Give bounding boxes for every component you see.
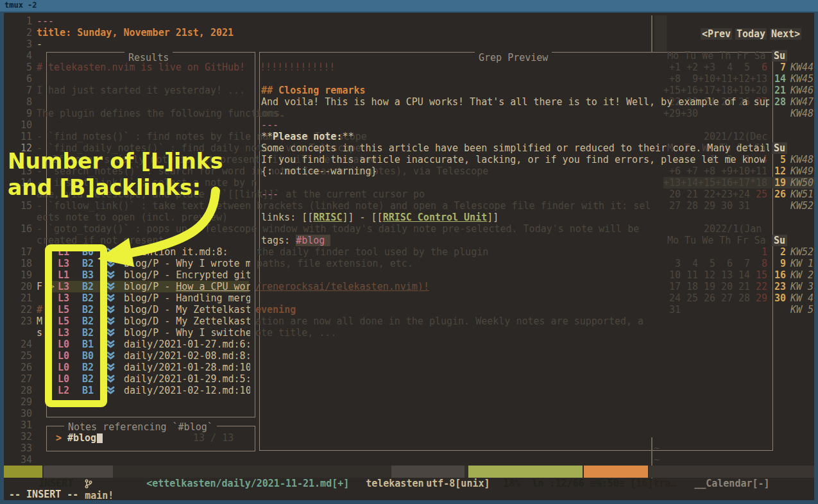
- calendar-day[interactable]: 17: [663, 281, 681, 292]
- calendar-day[interactable]: 19: [698, 281, 715, 292]
- calendar-day[interactable]: 5: [733, 62, 750, 73]
- calendar-day[interactable]: 24: [663, 292, 681, 304]
- calendar-day[interactable]: +1: [663, 62, 681, 73]
- result-entry-text[interactable]: daily/2021-01-27.md:6:: [124, 339, 250, 350]
- result-entry-text[interactable]: blog/D - My Zettelkast: [124, 315, 250, 327]
- preview-text: ---: [261, 189, 278, 200]
- calendar-day[interactable]: +13: [663, 177, 681, 189]
- calendar-sunday[interactable]: 30: [772, 292, 786, 304]
- dim-buffer-text: - `follow_link()` : take text between br…: [37, 200, 651, 212]
- preview-text: And voila! This is how a CPU works! That…: [261, 96, 769, 108]
- calendar-day[interactable]: +17: [733, 177, 750, 189]
- calendar-day[interactable]: 31: [663, 304, 681, 315]
- down-arrow-icon: [107, 259, 115, 268]
- calendar-day[interactable]: 20: [715, 281, 733, 292]
- calendar-day[interactable]: 15: [750, 269, 767, 281]
- dim-buffer-text: ote title, ...: [255, 327, 336, 339]
- calendar-day[interactable]: 29: [750, 292, 767, 304]
- calendar-day[interactable]: 13: [715, 269, 733, 281]
- result-entry-text[interactable]: blog/P - Why I wrote m: [124, 258, 250, 269]
- calendar-day[interactable]: 31: [733, 200, 750, 212]
- calendar-day[interactable]: +12: [733, 73, 750, 85]
- buffer-line-number: 28: [17, 385, 32, 396]
- calendar-week-number: KW 5: [790, 304, 814, 315]
- calendar-day[interactable]: +15: [698, 177, 715, 189]
- calendar-day[interactable]: 30: [715, 200, 733, 212]
- calendar-day[interactable]: +3: [698, 62, 715, 73]
- calendar-day[interactable]: 11: [681, 269, 698, 281]
- calendar-day[interactable]: 27: [663, 200, 681, 212]
- calendar-day[interactable]: +29: [663, 108, 681, 119]
- calendar-day[interactable]: 9: [681, 73, 698, 85]
- calendar-next-button[interactable]: Next>: [770, 28, 801, 40]
- calendar-day[interactable]: +2: [681, 62, 698, 73]
- empty-line-tilde: ~: [654, 454, 660, 466]
- calendar-sunday[interactable]: 2: [772, 246, 786, 258]
- calendar-day[interactable]: +8: [663, 73, 681, 85]
- result-entry-text[interactable]: daily/2021-01-29.md:5:: [124, 373, 250, 385]
- calendar-day[interactable]: 4: [681, 258, 698, 269]
- calendar-day[interactable]: 6: [715, 258, 733, 269]
- calendar-day[interactable]: 22: [750, 281, 767, 292]
- calendar-sunday[interactable]: 7: [772, 62, 786, 73]
- calendar-sunday[interactable]: 26: [772, 189, 786, 200]
- calendar-sunday[interactable]: 12: [772, 165, 786, 177]
- calendar-day[interactable]: 14: [733, 269, 750, 281]
- calendar-day[interactable]: *18: [750, 177, 767, 189]
- down-arrow-icon: [107, 317, 115, 326]
- calendar-day[interactable]: 6: [750, 62, 767, 73]
- result-entry-text[interactable]: daily/2021-02-08.md:8:: [124, 350, 250, 362]
- calendar-day[interactable]: +13: [750, 73, 767, 85]
- preview-text: #blog: [296, 235, 330, 246]
- calendar-day[interactable]: 26: [698, 292, 715, 304]
- calendar-day[interactable]: +30: [681, 108, 698, 119]
- calendar-day[interactable]: 1: [750, 246, 767, 258]
- calendar-day[interactable]: 18: [681, 281, 698, 292]
- calendar-day[interactable]: +14: [681, 177, 698, 189]
- calendar-today-button[interactable]: Today: [735, 28, 767, 40]
- calendar-prev-button[interactable]: <Prev: [701, 28, 732, 40]
- preview-text: **: [342, 131, 354, 142]
- result-entry-text[interactable]: blog/P - Handling merg: [124, 292, 250, 304]
- calendar-day[interactable]: +16: [715, 177, 733, 189]
- calendar-day[interactable]: +11: [715, 73, 733, 85]
- result-entry-text[interactable]: blog/D - My Zettelkast: [124, 304, 250, 315]
- result-entry-text[interactable]: blog/P - Encrypted git: [124, 269, 250, 281]
- calendar-day[interactable]: 4: [715, 62, 733, 73]
- calendar-month-title: 2022/1(Jan: [704, 223, 762, 235]
- result-entry-text[interactable]: daily/2021-02-12.md:10: [124, 385, 250, 396]
- calendar-day[interactable]: 29: [698, 200, 715, 212]
- calendar-sunday[interactable]: 16: [772, 269, 786, 281]
- window-separator[interactable]: [651, 15, 652, 52]
- buffer-line-number: 11: [17, 131, 32, 142]
- calendar-day[interactable]: 7: [733, 258, 750, 269]
- buffer-line-number: 32: [17, 431, 32, 442]
- result-entry-text[interactable]: daily/2021-01-28.md:10: [124, 362, 250, 373]
- calendar-day[interactable]: 25: [681, 292, 698, 304]
- result-entry-text[interactable]: blog/P - How a CPU wor: [124, 281, 250, 292]
- down-arrow-icon: [107, 374, 115, 383]
- calendar-sunday[interactable]: 5: [772, 154, 786, 165]
- calendar-day[interactable]: +10: [698, 73, 715, 85]
- calendar-sunday[interactable]: 23: [772, 281, 786, 292]
- calendar-sunday[interactable]: 19: [772, 177, 786, 189]
- calendar-day[interactable]: 28: [733, 292, 750, 304]
- result-entry-text[interactable]: blog/P - Why I switche: [124, 327, 250, 339]
- calendar-sunday[interactable]: 21: [772, 85, 786, 96]
- terminal: Results Notes referencing `#blog` > #blo…: [4, 13, 814, 500]
- calendar-sunday[interactable]: 9: [772, 258, 786, 269]
- search-input[interactable]: #blog: [67, 432, 96, 444]
- dim-buffer-text: #: [37, 304, 42, 315]
- calendar-day[interactable]: 3: [663, 258, 681, 269]
- calendar-day[interactable]: 12: [698, 269, 715, 281]
- calendar-day[interactable]: 5: [698, 258, 715, 269]
- calendar-day[interactable]: 21: [733, 281, 750, 292]
- calendar-day[interactable]: 8: [750, 258, 767, 269]
- calendar-day[interactable]: 10: [663, 269, 681, 281]
- result-entry-text[interactable]: i mention it.md:8:: [124, 246, 250, 258]
- calendar-sunday[interactable]: 14: [772, 73, 786, 85]
- calendar-day[interactable]: 27: [715, 292, 733, 304]
- calendar-sunday[interactable]: 28: [772, 96, 786, 108]
- calendar-day[interactable]: 28: [681, 200, 698, 212]
- mode-indicator: INSERT: [4, 466, 42, 478]
